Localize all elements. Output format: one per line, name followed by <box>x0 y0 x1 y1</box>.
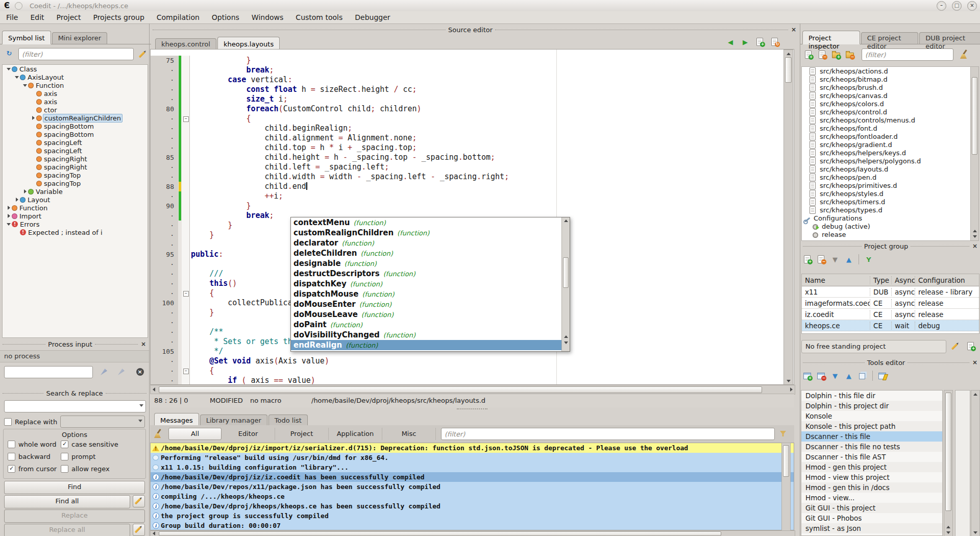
symbol-spacingtop[interactable]: spacingTop <box>3 171 148 179</box>
expand-icon[interactable] <box>8 214 10 218</box>
completion-item-domouseenter[interactable]: doMouseEnter(function) <box>291 299 561 309</box>
tool-move-down-blue-button[interactable]: ▼ <box>829 370 841 382</box>
project-file-src-kheops-control-d[interactable]: src/kheops/control.d <box>802 108 971 116</box>
menu-options[interactable]: Options <box>206 12 246 23</box>
tab-mini-explorer[interactable]: Mini explorer <box>52 32 108 44</box>
symbol-errors[interactable]: !Errors <box>3 220 148 228</box>
project-file-src-kheops-primitives-d[interactable]: src/kheops/primitives.d <box>802 181 971 189</box>
filter-all[interactable]: All <box>168 428 222 440</box>
configuration-debug-active[interactable]: debug (active) <box>802 222 971 230</box>
project-file-src-kheops-canvas-d[interactable]: src/kheops/canvas.d <box>802 91 971 100</box>
send-input-button[interactable] <box>98 366 110 378</box>
symbol-import[interactable]: Import <box>3 212 148 220</box>
project-file-src-kheops-helpers-keys-d[interactable]: src/kheops/helpers/keys.d <box>802 149 971 157</box>
close-icon[interactable]: × <box>972 242 978 250</box>
filter-editor[interactable]: Editor <box>222 428 275 440</box>
completion-item-endrealign[interactable]: endRealign(function) <box>291 340 561 350</box>
symbol-spacingleft[interactable]: spacingLeft <box>3 147 148 155</box>
replace-all-options-button[interactable] <box>133 524 145 536</box>
group-doc-remove-button[interactable]: − <box>815 253 827 265</box>
project-file-src-kheops-gradient-d[interactable]: src/kheops/gradient.d <box>802 140 971 149</box>
symbol-layout[interactable]: Layout <box>3 196 148 204</box>
column-configuration[interactable]: Configuration <box>915 276 979 284</box>
filter-options-button[interactable] <box>778 428 790 440</box>
project-file-src-kheops-fontloader-d[interactable]: src/kheops/fontloader.d <box>802 132 971 140</box>
code-line-82[interactable]: · child.beginRealign; <box>151 124 794 133</box>
menu-project[interactable]: Project <box>51 12 87 23</box>
menu-windows[interactable]: Windows <box>246 12 290 23</box>
group-doc-add-button[interactable]: + <box>801 253 814 265</box>
collapse-icon[interactable] <box>7 68 11 70</box>
expand-icon[interactable] <box>24 189 27 193</box>
code-line-89[interactable]: · ++i; <box>151 191 794 201</box>
completion-item-designable[interactable]: designable(function) <box>291 258 561 269</box>
menu-compilation[interactable]: Compilation <box>151 12 206 23</box>
log-message[interactable]: x11 1.0.15: building configuration "libr… <box>151 462 794 472</box>
expand-icon[interactable] <box>16 198 18 202</box>
tool-dscanner-this-file-ast[interactable]: Dscanner - this file AST <box>801 452 942 462</box>
symbol-ctor[interactable]: ctor <box>3 106 148 114</box>
tab-dub-project-editor[interactable]: DUB project editor <box>919 32 980 44</box>
project-file-src-kheops-colors-d[interactable]: src/kheops/colors.d <box>802 100 971 108</box>
find-all-options-button[interactable] <box>133 495 145 507</box>
refresh-button[interactable]: ↻ <box>3 48 15 60</box>
filter-project[interactable]: Project <box>275 428 329 440</box>
menu-debugger[interactable]: Debugger <box>349 12 396 23</box>
symbol-axis[interactable]: axis <box>3 89 148 98</box>
tool-symlist-as-json[interactable]: symlist - as Json <box>801 523 942 533</box>
filter-misc[interactable]: Misc <box>382 428 436 440</box>
completion-item-dopaint[interactable]: doPaint(function) <box>291 320 561 330</box>
menu-custom-tools[interactable]: Custom tools <box>289 12 349 23</box>
editor-tab-kheops-control[interactable]: kheops.control <box>155 38 216 50</box>
symbol-spacingbottom[interactable]: spacingBottom <box>3 130 148 138</box>
tool-git-gui-this-project[interactable]: Git GUI - this project <box>801 503 942 513</box>
code-line-79[interactable]: · size_t i; <box>151 94 794 104</box>
column-type[interactable]: Type <box>870 276 892 284</box>
code-line-108[interactable]: · if (_axis == value) <box>151 376 794 385</box>
filter-application[interactable]: Application <box>329 428 382 440</box>
log-message[interactable]: ithe project group is successfully compi… <box>151 511 794 521</box>
code-line-86[interactable]: · child.left = _spacing.left; <box>151 162 794 172</box>
tool-hmod-view-this-project[interactable]: Hmod - view this project <box>801 472 942 482</box>
log-message[interactable]: i/home/basile/Dev/dproj/kheops/kheops.ce… <box>151 501 794 511</box>
menu-edit[interactable]: Edit <box>24 12 50 23</box>
symbol-customrealignchildren[interactable]: customRealignChildren <box>3 114 148 122</box>
scroll-down-icon[interactable] <box>564 342 568 344</box>
minimize-button[interactable]: – <box>937 1 946 11</box>
log-message[interactable]: !/home/basile/Dev/dproj/iz/import/iz/ser… <box>151 443 794 453</box>
project-row-x11[interactable]: x11DUBasyncrelease - library <box>802 286 979 298</box>
menu-projects-group[interactable]: Projects group <box>87 12 150 23</box>
project-tree-scrollbar[interactable] <box>970 66 979 241</box>
process-input-field[interactable] <box>4 366 93 378</box>
completion-item-contextmenu[interactable]: contextMenu(function) <box>291 217 561 228</box>
checkbox-case-sensitive[interactable]: ✓ <box>61 441 68 448</box>
code-line-78[interactable]: · const float h = sizeRect.height / cc; <box>151 85 794 94</box>
completion-item-customrealignchildren[interactable]: customRealignChildren(function) <box>291 228 561 238</box>
group-move-up-button[interactable]: ▲ <box>843 253 855 265</box>
project-file-src-kheops-font-d[interactable]: src/kheops/font.d <box>802 124 971 132</box>
code-line-76[interactable]: · break; <box>151 65 794 75</box>
checkbox-from-cursor[interactable]: ✓ <box>8 465 15 473</box>
tool-win-remove-button[interactable]: − <box>815 370 827 382</box>
scroll-up-icon[interactable] <box>564 220 568 222</box>
tab-symbol-list[interactable]: Symbol list <box>2 31 51 44</box>
code-line-107[interactable]: ·− { <box>151 366 794 376</box>
project-file-src-kheops-types-d[interactable]: src/kheops/types.d <box>802 206 971 214</box>
tab-project-inspector[interactable]: Project inspector <box>802 31 860 44</box>
messages-filter-input[interactable] <box>441 428 775 440</box>
group-move-down-button[interactable]: ▼ <box>829 253 841 265</box>
folder-remove-button[interactable]: − <box>844 48 856 61</box>
project-row-kheops-ce[interactable]: kheops.ceCEwaitdebug <box>802 320 979 331</box>
tab-ce-project-editor[interactable]: CE project editor <box>861 32 919 44</box>
messages-hscrollbar[interactable] <box>150 530 795 536</box>
log-message[interactable]: i/home/basile/Dev/repos/x11/package.json… <box>151 482 794 492</box>
messages-splitter[interactable] <box>150 407 794 411</box>
tool-git-gui-phobos[interactable]: Git GUI - Phobos <box>801 513 942 523</box>
messages-tab-messages[interactable]: Messages <box>154 413 199 427</box>
completion-item-dispatchmouse[interactable]: dispatchMouse(function) <box>291 289 561 299</box>
expand-icon[interactable] <box>8 206 10 210</box>
configurations-node[interactable]: Configurations <box>802 214 971 222</box>
find-button[interactable]: Find <box>4 481 145 494</box>
configuration-release[interactable]: release <box>802 230 971 238</box>
completion-item-deletechildren[interactable]: deleteChildren(function) <box>291 248 561 258</box>
